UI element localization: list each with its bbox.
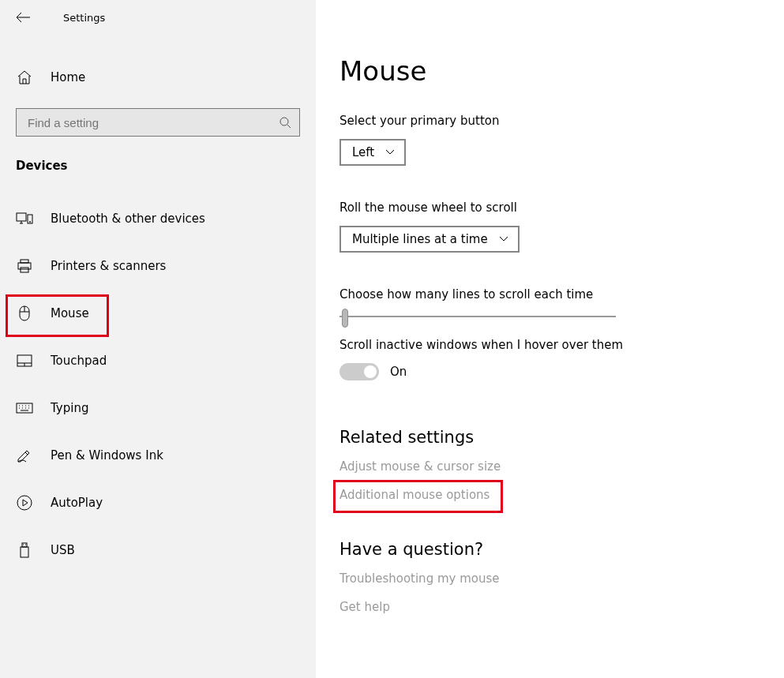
- touchpad-icon: [16, 354, 33, 367]
- sidebar: Settings Home Devices Bluetooth & other …: [0, 0, 316, 678]
- sidebar-item-touchpad[interactable]: Touchpad: [0, 343, 316, 378]
- chevron-down-icon: [385, 149, 395, 155]
- mouse-icon: [16, 305, 33, 321]
- sidebar-item-label: Bluetooth & other devices: [51, 212, 205, 226]
- primary-button-dropdown[interactable]: Left: [339, 139, 406, 166]
- home-icon: [16, 70, 33, 84]
- search-icon: [279, 116, 291, 129]
- inactive-group: Scroll inactive windows when I hover ove…: [339, 338, 760, 380]
- primary-button-group: Select your primary button Left: [339, 114, 760, 189]
- sidebar-home-label: Home: [51, 70, 85, 84]
- sidebar-item-label: Pen & Windows Ink: [51, 448, 163, 463]
- search-input[interactable]: [26, 115, 252, 130]
- svg-rect-12: [21, 547, 28, 557]
- sidebar-item-label: Mouse: [51, 306, 89, 320]
- svg-point-3: [30, 222, 31, 223]
- sidebar-item-mouse[interactable]: Mouse: [0, 296, 316, 331]
- toggle-state: On: [390, 365, 407, 379]
- related-heading: Related settings: [339, 428, 760, 447]
- svg-rect-6: [21, 268, 28, 272]
- main-content: Mouse Select your primary button Left Ro…: [316, 0, 784, 678]
- toggle-knob: [364, 365, 377, 378]
- sidebar-item-typing[interactable]: Typing: [0, 391, 316, 425]
- header-row: Settings: [0, 6, 316, 29]
- sidebar-item-printers[interactable]: Printers & scanners: [0, 249, 316, 283]
- sidebar-item-usb[interactable]: USB: [0, 533, 316, 567]
- svg-point-0: [280, 118, 288, 125]
- sidebar-item-pen[interactable]: Pen & Windows Ink: [0, 438, 316, 473]
- lines-group: Choose how many lines to scroll each tim…: [339, 287, 760, 317]
- page-title: Mouse: [339, 55, 760, 87]
- chevron-down-icon: [499, 236, 508, 242]
- search-box[interactable]: [16, 108, 300, 137]
- link-adjust-cursor[interactable]: Adjust mouse & cursor size: [339, 459, 760, 474]
- sidebar-item-label: Printers & scanners: [51, 259, 166, 273]
- usb-icon: [16, 542, 33, 558]
- scroll-wheel-group: Roll the mouse wheel to scroll Multiple …: [339, 200, 760, 276]
- section-label: Devices: [0, 159, 316, 173]
- slider-thumb[interactable]: [342, 309, 348, 328]
- link-additional-mouse-options[interactable]: Additional mouse options: [339, 488, 490, 502]
- sidebar-item-label: Touchpad: [51, 354, 107, 368]
- sidebar-item-label: Typing: [51, 401, 88, 415]
- svg-rect-5: [18, 263, 31, 269]
- sidebar-item-bluetooth[interactable]: Bluetooth & other devices: [0, 201, 316, 236]
- printer-icon: [16, 259, 33, 273]
- svg-rect-4: [21, 260, 28, 263]
- sidebar-home[interactable]: Home: [0, 62, 316, 92]
- svg-point-10: [17, 496, 32, 510]
- sidebar-item-autoplay[interactable]: AutoPlay: [0, 485, 316, 520]
- scroll-wheel-label: Roll the mouse wheel to scroll: [339, 200, 760, 215]
- devices-icon: [16, 212, 33, 225]
- app-title: Settings: [63, 12, 105, 24]
- link-get-help[interactable]: Get help: [339, 600, 760, 614]
- lines-label: Choose how many lines to scroll each tim…: [339, 287, 760, 302]
- sidebar-item-label: USB: [51, 543, 75, 557]
- lines-slider[interactable]: [339, 316, 616, 317]
- keyboard-icon: [16, 403, 33, 414]
- scroll-wheel-dropdown[interactable]: Multiple lines at a time: [339, 226, 520, 253]
- dropdown-value: Left: [352, 145, 374, 159]
- inactive-toggle[interactable]: [339, 363, 379, 380]
- primary-button-label: Select your primary button: [339, 114, 760, 128]
- sidebar-item-label: AutoPlay: [51, 496, 103, 510]
- inactive-label: Scroll inactive windows when I hover ove…: [339, 338, 760, 352]
- autoplay-icon: [16, 495, 33, 511]
- pen-icon: [16, 448, 33, 463]
- question-heading: Have a question?: [339, 540, 760, 559]
- link-troubleshoot[interactable]: Troubleshooting my mouse: [339, 571, 760, 586]
- svg-rect-11: [22, 543, 27, 547]
- dropdown-value: Multiple lines at a time: [352, 232, 488, 246]
- svg-rect-1: [17, 213, 26, 221]
- back-button[interactable]: [16, 12, 44, 23]
